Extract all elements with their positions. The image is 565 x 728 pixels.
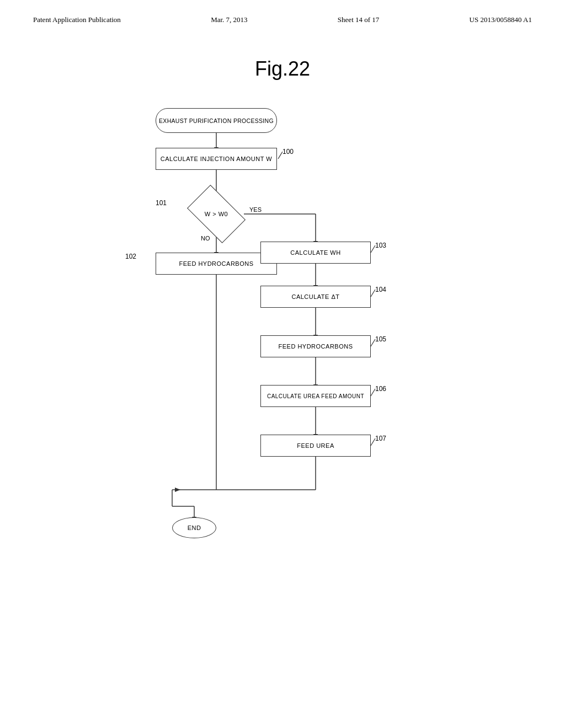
- node-107: FEED UREA: [260, 435, 371, 457]
- svg-marker-12: [175, 488, 180, 492]
- label-no: NO: [201, 235, 210, 242]
- ref-101: 101: [156, 199, 167, 207]
- start-node: EXHAUST PURIFICATION PROCESSING: [156, 108, 277, 133]
- label-yes: YES: [249, 206, 262, 213]
- node-103: CALCULATE WH: [260, 242, 371, 264]
- flowchart-connectors: [95, 103, 470, 627]
- node-105: FEED HYDROCARBONS: [260, 335, 371, 357]
- ref-104: 104: [375, 286, 386, 293]
- ref-103: 103: [375, 242, 386, 249]
- figure-title: Fig.22: [0, 57, 565, 81]
- ref-102: 102: [125, 253, 136, 260]
- header-patent: US 2013/0058840 A1: [470, 15, 532, 24]
- flowchart: EXHAUST PURIFICATION PROCESSING CALCULAT…: [95, 103, 470, 627]
- ref-100: 100: [282, 148, 294, 156]
- node-106: CALCULATE UREA FEED AMOUNT: [260, 385, 371, 407]
- node-104: CALCULATE ΔT: [260, 286, 371, 308]
- ref-107: 107: [375, 435, 386, 442]
- ref-106: 106: [375, 385, 386, 393]
- header-date: Mar. 7, 2013: [211, 15, 247, 24]
- end-node: END: [172, 517, 216, 538]
- ref-105: 105: [375, 335, 386, 343]
- node-101: W > W0: [193, 197, 239, 231]
- header-sheet: Sheet 14 of 17: [338, 15, 379, 24]
- node-102: FEED HYDROCARBONS: [156, 253, 277, 275]
- node-100: CALCULATE INJECTION AMOUNT W: [156, 148, 277, 170]
- page-header: Patent Application Publication Mar. 7, 2…: [0, 0, 565, 24]
- header-publication: Patent Application Publication: [33, 15, 121, 24]
